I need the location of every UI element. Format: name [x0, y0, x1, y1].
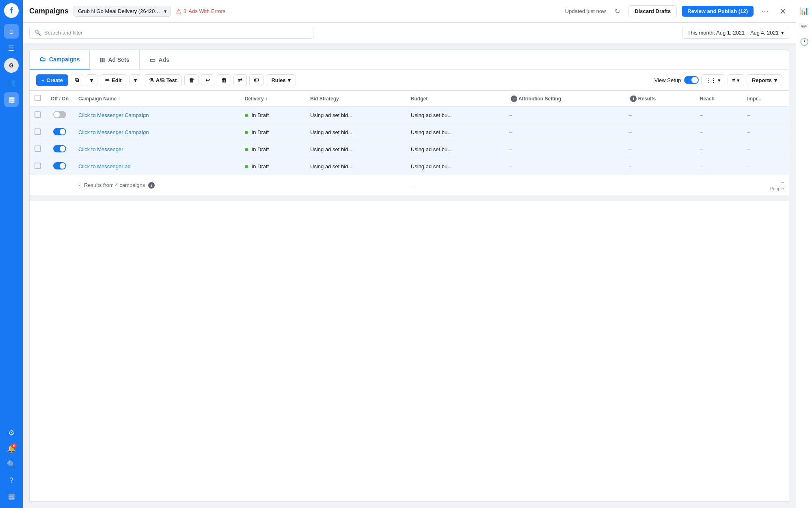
summary-reach-label: People — [770, 186, 784, 191]
error-label: Ads With Errors — [188, 8, 225, 14]
select-all-checkbox[interactable] — [35, 95, 41, 101]
info-icon[interactable]: i — [511, 96, 517, 102]
row-3-delivery: In Draft — [252, 146, 269, 152]
tab-ads[interactable]: ▭ Ads — [140, 50, 179, 69]
sidebar-item-help[interactable]: ? — [4, 473, 19, 488]
columns-button[interactable]: ⋮⋮ ▾ — [701, 74, 725, 86]
row-3-budget: Using ad set bu... — [411, 146, 452, 152]
sidebar-item-search[interactable]: 🔍 — [4, 457, 19, 472]
plus-icon: + — [41, 77, 45, 83]
delivery-dot — [245, 114, 248, 117]
trash-button[interactable]: 🗑 — [217, 74, 231, 86]
account-selector[interactable]: Grub N Go Meal Delivery (2642015086... ▾ — [73, 6, 171, 17]
results-header: i Results — [624, 91, 695, 107]
tab-bar: 🗂 Campaigns ⊞ Ad Sets ▭ Ads — [29, 50, 789, 70]
left-sidebar: f ⌂ ☰ G 👥 ▦ ⚙ 🔔 5 🔍 ? ▦ — [0, 0, 23, 508]
search-bar: 🔍 This month: Aug 1, 2021 – Aug 4, 2021 … — [23, 23, 796, 43]
app-logo[interactable]: f — [4, 3, 19, 18]
tag-button[interactable]: 🏷 — [249, 74, 263, 86]
rules-button[interactable]: Rules ▾ — [266, 74, 296, 86]
undo-button[interactable]: ↩ — [201, 74, 214, 86]
reach-header: Reach — [695, 91, 742, 107]
sidebar-item-avatar[interactable]: G — [4, 58, 19, 73]
row-2-checkbox[interactable] — [35, 128, 41, 135]
row-4-budget: Using ad set bu... — [411, 163, 452, 169]
row-3-results: – — [628, 146, 631, 152]
edit-dropdown-button[interactable]: ▾ — [130, 74, 141, 86]
notification-badge-count: 5 — [11, 443, 17, 448]
sort-icon: ↑ — [118, 96, 120, 102]
create-button[interactable]: + Create — [36, 74, 68, 86]
horizontal-scrollbar[interactable] — [30, 196, 789, 201]
right-panel-clock-icon[interactable]: 🕐 — [798, 35, 811, 48]
edit-label: Edit — [112, 77, 122, 83]
sort-asc-icon: ↑ — [265, 96, 268, 102]
budget-header: Budget — [406, 91, 504, 107]
review-publish-button[interactable]: Review and Publish (12) — [682, 6, 754, 17]
campaigns-tab-icon: 🗂 — [39, 56, 46, 63]
summary-row: › Results from 4 campaigns i – — [30, 175, 789, 196]
sidebar-item-campaigns[interactable]: ▦ — [4, 92, 19, 107]
breakdown-button[interactable]: ≡ ▾ — [728, 74, 744, 86]
duplicate-button[interactable]: ⧉ — [71, 74, 83, 86]
date-range-selector[interactable]: This month: Aug 1, 2021 – Aug 4, 2021 ▾ — [682, 27, 789, 39]
edit-icon: ✏ — [105, 77, 110, 83]
delivery-dot — [245, 131, 248, 134]
delete-button[interactable]: 🗑 — [184, 74, 199, 86]
delivery-header[interactable]: Delivery ↑ — [240, 91, 305, 107]
sidebar-item-menu[interactable]: ☰ — [4, 41, 19, 56]
content-area: 🗂 Campaigns ⊞ Ad Sets ▭ Ads + Create — [23, 43, 796, 508]
sidebar-item-audience[interactable]: 👥 — [4, 75, 19, 90]
row-1-toggle[interactable] — [53, 111, 66, 118]
tab-ad-sets[interactable]: ⊞ Ad Sets — [90, 50, 139, 69]
share-button[interactable]: ⇄ — [233, 74, 247, 86]
off-on-header: Off / On — [46, 91, 73, 107]
row-3-impressions: – — [747, 146, 750, 152]
summary-info-icon[interactable]: i — [148, 182, 155, 189]
sidebar-item-analytics[interactable]: ▦ — [4, 489, 19, 504]
ab-test-icon: ⚗ — [149, 77, 154, 83]
close-button[interactable]: ✕ — [776, 5, 789, 18]
discard-drafts-button[interactable]: Discard Drafts — [628, 5, 677, 17]
tab-campaigns[interactable]: 🗂 Campaigns — [30, 50, 90, 69]
ab-test-button[interactable]: ⚗ A/B Test — [144, 74, 182, 86]
campaigns-table: Off / On Campaign Name ↑ Delivery ↑ Bid … — [29, 91, 789, 501]
row-4-campaign-name[interactable]: Click to Messenger ad — [78, 163, 131, 169]
sidebar-item-home[interactable]: ⌂ — [4, 24, 19, 39]
ads-tab-icon: ▭ — [149, 56, 155, 64]
row-1-checkbox[interactable] — [35, 111, 41, 118]
search-input[interactable] — [44, 30, 308, 36]
table-row: Click to Messenger Campaign In Draft Usi… — [30, 124, 789, 141]
row-4-checkbox[interactable] — [35, 163, 41, 169]
row-1-campaign-name[interactable]: Click to Messenger Campaign — [78, 112, 149, 118]
results-info-icon[interactable]: i — [630, 96, 637, 102]
duplicate-dropdown-button[interactable]: ▾ — [86, 74, 97, 86]
summary-label: Results from 4 campaigns — [84, 182, 145, 188]
row-4-toggle[interactable] — [53, 162, 66, 169]
expand-icon[interactable]: › — [78, 182, 80, 188]
row-3-toggle[interactable] — [53, 145, 66, 152]
error-badge[interactable]: ⚠ 3 Ads With Errors — [176, 7, 225, 15]
row-4-bid-strategy: Using ad set bid... — [310, 163, 352, 169]
right-panel-chart-icon[interactable]: 📊 — [798, 4, 811, 17]
row-3-campaign-name[interactable]: Click to Messenger — [78, 146, 123, 152]
reports-label: Reports — [752, 77, 772, 83]
select-all-header[interactable] — [30, 91, 46, 107]
search-input-wrap[interactable]: 🔍 — [29, 27, 313, 39]
view-setup-toggle[interactable] — [684, 76, 699, 84]
bid-strategy-header: Bid Strategy — [305, 91, 406, 107]
row-2-toggle[interactable] — [53, 128, 66, 135]
edit-button[interactable]: ✏ Edit — [100, 74, 127, 86]
row-3-checkbox[interactable] — [35, 145, 41, 152]
right-panel-edit-icon[interactable]: ✏ — [798, 20, 811, 33]
row-2-campaign-name[interactable]: Click to Messenger Campaign — [78, 129, 149, 135]
refresh-button[interactable]: ↻ — [611, 5, 624, 18]
sidebar-item-settings[interactable]: ⚙ — [4, 426, 19, 440]
reports-button[interactable]: Reports ▾ — [747, 74, 782, 86]
summary-reach-dash: – — [781, 179, 784, 185]
chevron-down-icon: ▾ — [164, 8, 166, 14]
sidebar-item-notifications[interactable]: 🔔 5 — [4, 441, 19, 456]
campaign-name-header[interactable]: Campaign Name ↑ — [73, 91, 240, 107]
more-options-button[interactable]: ⋯ — [758, 5, 771, 18]
create-label: Create — [47, 77, 63, 83]
